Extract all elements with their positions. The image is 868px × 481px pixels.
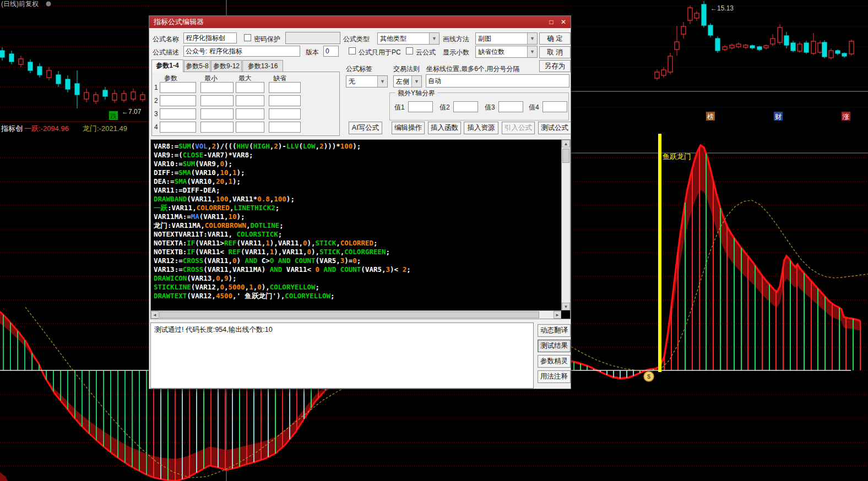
svg-text:(日线)前复权: (日线)前复权 — [1, 0, 39, 8]
horizontal-scrollbar[interactable]: ◄ ► — [151, 310, 561, 319]
scroll-up-icon[interactable]: ▲ — [562, 140, 570, 147]
y-value-input-2[interactable] — [453, 101, 478, 112]
code-line: VAR10:=SUM(VAR9,0); — [154, 160, 560, 168]
restore-icon[interactable]: □ — [545, 16, 557, 28]
side-button-参数精灵[interactable]: 参数精灵 — [538, 355, 571, 368]
cloud-formula-checkbox[interactable] — [406, 47, 413, 54]
param-input-r2c1[interactable] — [160, 95, 196, 106]
test-result-text: 测试通过! 代码长度:954,输出线个数:10 — [154, 326, 273, 334]
param-input-r3c1[interactable] — [160, 108, 196, 119]
tab-参数1-4[interactable]: 参数1-4 — [151, 59, 183, 72]
param-input-r1c1[interactable] — [160, 82, 196, 93]
svg-text:←15.13: ←15.13 — [710, 4, 734, 12]
coord-line-input[interactable] — [426, 74, 569, 88]
tab-参数13-16[interactable]: 参数13-16 — [242, 60, 283, 72]
y-value-input-1[interactable] — [408, 101, 433, 112]
password-protect-checkbox[interactable] — [244, 34, 251, 41]
action-button-插入资源[interactable]: 插入资源 — [464, 122, 498, 134]
param-input-r3c4[interactable] — [269, 108, 301, 119]
chevron-down-icon[interactable]: ▼ — [527, 33, 537, 44]
vertical-scrollbar[interactable]: ▲ ▼ — [561, 140, 570, 310]
close-icon[interactable]: ✕ — [557, 16, 569, 28]
code-line: DEA:=SMA(VAR10,20,1); — [154, 177, 560, 186]
param-input-r3c3[interactable] — [236, 108, 264, 119]
tab-参数5-8[interactable]: 参数5-8 — [184, 60, 210, 72]
param-input-r4c3[interactable] — [236, 122, 264, 133]
param-input-r4c1[interactable] — [160, 122, 196, 133]
test-result-panel: 测试通过! 代码长度:954,输出线个数:10 — [150, 323, 534, 389]
version-label: 版本 — [306, 48, 319, 57]
pc-only-checkbox[interactable] — [349, 47, 356, 54]
badge-榜: 榜 — [706, 112, 715, 121]
param-input-r2c4[interactable] — [269, 95, 301, 106]
formula-name-input[interactable] — [183, 32, 237, 43]
draw-method-select[interactable]: 副图 ▼ — [475, 32, 538, 45]
code-line: 一跃:VAR11,COLORRED,LINETHICK2; — [154, 204, 560, 212]
y-value-input-3[interactable] — [498, 101, 523, 112]
param-input-r1c4[interactable] — [269, 82, 301, 93]
code-editor[interactable]: VAR8:=SUM(VOL,2)/(((HHV(HIGH,2)-LLV(LOW,… — [150, 139, 571, 319]
chevron-down-icon[interactable]: ▼ — [377, 76, 387, 87]
svg-text:一跃:-2094.96: 一跃:-2094.96 — [24, 124, 69, 133]
action-button-测试公式[interactable]: 测试公式 — [538, 122, 571, 134]
drawtext-label: 鱼跃龙门 — [662, 152, 691, 161]
param-input-r4c2[interactable] — [200, 122, 234, 133]
side-button-用法注释[interactable]: 用法注释 — [538, 370, 571, 383]
formula-name-label: 公式名称 — [153, 35, 179, 44]
dialog-titlebar[interactable]: 指标公式编辑器 □ ✕ — [149, 16, 571, 28]
chevron-down-icon[interactable]: ▼ — [527, 46, 537, 57]
trade-rule-label: 交易法则 — [393, 64, 420, 74]
coord-line-label: 坐标线位置,最多6个,用分号分隔 — [426, 64, 519, 74]
cancel-button[interactable]: 取 消 — [539, 46, 571, 58]
pc-only-label: 公式只用于PC — [359, 48, 401, 57]
formula-tag-label: 公式标签 — [346, 64, 372, 74]
svg-text:指标创: 指标创 — [1, 124, 23, 133]
param-input-r3c2[interactable] — [200, 108, 234, 119]
formula-tag-select[interactable]: 无 ▼ — [346, 75, 388, 88]
scroll-left-icon[interactable]: ◄ — [151, 311, 159, 319]
scroll-down-icon[interactable]: ▼ — [562, 303, 570, 310]
vscroll-thumb[interactable] — [562, 149, 569, 163]
param-input-r2c2[interactable] — [200, 95, 234, 106]
dialog-title: 指标公式编辑器 — [154, 18, 204, 26]
hscroll-thumb[interactable] — [159, 311, 539, 318]
indicator-name-label: 指标创 — [1, 124, 23, 133]
side-button-测试结果[interactable]: 测试结果 — [538, 340, 571, 352]
save-as-button[interactable]: 另存为 — [539, 60, 571, 72]
formula-desc-input[interactable] — [183, 46, 300, 57]
formula-type-select[interactable]: 其他类型 ▼ — [377, 32, 440, 45]
code-line: NOTEXTVAR11T:VAR11, COLORSTICK; — [154, 230, 560, 239]
code-line: DIFF:=SMA(VAR10,10,1); — [154, 168, 560, 177]
y-value-input-4[interactable] — [542, 101, 567, 112]
chevron-down-icon[interactable]: ▼ — [411, 76, 421, 87]
param-input-r2c3[interactable] — [236, 95, 264, 106]
chevron-down-icon[interactable]: ▼ — [429, 33, 439, 44]
action-button-AI写公式[interactable]: AI写公式 — [349, 122, 382, 134]
badge-涨: 涨 — [842, 112, 850, 121]
code-line: VAR13:=CROSS(VAR11,VAR11MA) AND VAR11< 0… — [154, 265, 560, 274]
decimal-select[interactable]: 缺省位数 ▼ — [475, 46, 538, 58]
grid-row-label-2: 2 — [154, 97, 158, 105]
side-button-动态翻译[interactable]: 动态翻译 — [538, 324, 571, 337]
price-label: ←15.13 — [710, 4, 734, 12]
action-button-引入公式: 引入公式 — [502, 122, 535, 134]
formula-desc-label: 公式描述 — [153, 48, 179, 57]
tab-参数9-12[interactable]: 参数9-12 — [211, 60, 242, 72]
grid-row-label-1: 1 — [154, 84, 158, 91]
status-dot-icon — [46, 2, 51, 7]
param-input-r1c2[interactable] — [200, 82, 234, 93]
y-value-label-1: 值1 — [394, 103, 405, 112]
code-line: VAR8:=SUM(VOL,2)/(((HHV(HIGH,2)-LLV(LOW,… — [154, 142, 560, 151]
param-input-r1c3[interactable] — [236, 82, 264, 93]
param-input-r4c4[interactable] — [269, 122, 301, 133]
cloud-formula-label: 云公式 — [416, 48, 436, 57]
action-button-插入函数[interactable]: 插入函数 — [428, 122, 461, 134]
trade-rule-select[interactable]: 左侧 ▼ — [393, 75, 422, 88]
ok-button[interactable]: 确 定 — [539, 32, 571, 45]
scroll-right-icon[interactable]: ► — [554, 311, 561, 319]
action-button-编辑操作[interactable]: 编辑操作 — [392, 122, 425, 134]
version-input[interactable] — [323, 46, 339, 57]
code-text[interactable]: VAR8:=SUM(VOL,2)/(((HHV(HIGH,2)-LLV(LOW,… — [154, 142, 560, 309]
code-line: DRAWICON(VAR13,0,9); — [154, 274, 560, 283]
code-line: VAR9:=(CLOSE-VAR7)*VAR8; — [154, 151, 560, 160]
